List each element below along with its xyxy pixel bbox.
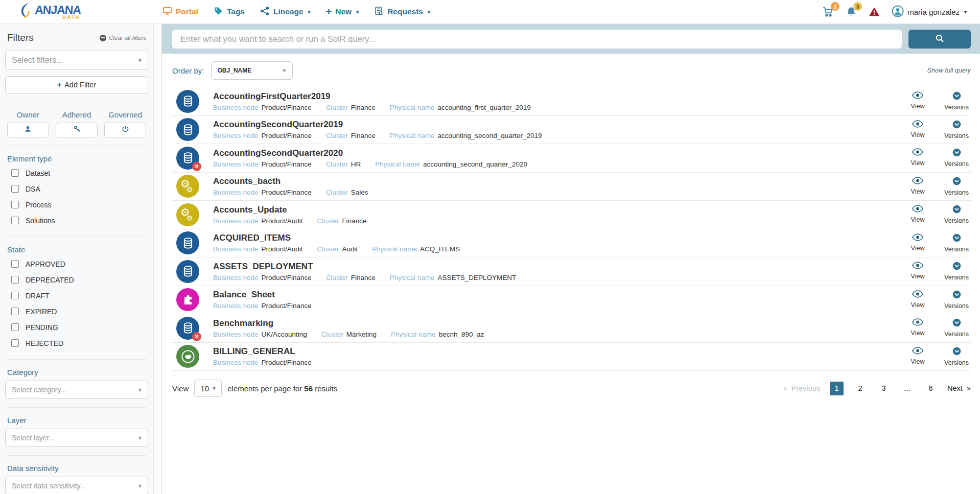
data-sensitivity-dropdown[interactable]: Select data sensitivity... ▾	[5, 477, 148, 494]
view-button[interactable]: View	[904, 290, 931, 310]
checkbox[interactable]	[11, 292, 19, 299]
view-button[interactable]: View	[904, 205, 931, 224]
governed-toggle-button[interactable]	[104, 123, 146, 137]
filter-checkbox-approved[interactable]: APPROVED	[11, 256, 146, 272]
nav-tags[interactable]: Tags	[214, 6, 245, 18]
nav-new[interactable]: + New ▾	[326, 7, 359, 17]
layer-dropdown[interactable]: Select layer... ▾	[5, 429, 148, 447]
result-title[interactable]: Accounts_Update	[213, 205, 904, 215]
meta-label[interactable]: Business node	[213, 245, 259, 253]
filter-checkbox-deprecated[interactable]: DEPRECATED	[11, 272, 146, 288]
filter-checkbox-dataset[interactable]: Dataset	[11, 165, 146, 181]
meta-label[interactable]: Cluster	[326, 189, 348, 196]
view-button[interactable]: View	[904, 233, 931, 253]
meta-label[interactable]: Cluster	[317, 217, 339, 225]
clear-all-filters-button[interactable]: Clear all filters	[100, 35, 146, 41]
meta-label[interactable]: Business node	[213, 302, 259, 310]
meta-label[interactable]: Business node	[213, 104, 259, 111]
show-full-query-link[interactable]: Show full query	[927, 67, 971, 74]
meta-label[interactable]: Cluster	[317, 245, 339, 253]
meta-label[interactable]: Business node	[213, 217, 259, 225]
view-button[interactable]: View	[904, 262, 931, 281]
meta-label[interactable]: Physical name	[390, 104, 435, 111]
nav-lineage[interactable]: Lineage ▾	[260, 6, 311, 18]
view-button[interactable]: View	[904, 318, 931, 338]
checkbox[interactable]	[11, 217, 19, 224]
result-title[interactable]: ASSETS_DEPLOYMENT	[213, 262, 904, 272]
sidebar-scrollbar[interactable]	[153, 24, 162, 494]
checkbox[interactable]	[11, 201, 19, 208]
versions-button[interactable]: Versions	[943, 148, 970, 168]
view-button[interactable]: View	[904, 148, 931, 168]
filter-checkbox-solutions[interactable]: Solutions	[11, 213, 146, 228]
meta-label[interactable]: Physical name	[375, 160, 420, 168]
view-button[interactable]: View	[904, 177, 931, 196]
meta-label[interactable]: Cluster	[326, 132, 348, 139]
result-title[interactable]: BILLING_GENERAL	[213, 346, 904, 357]
nav-portal[interactable]: Portal	[162, 6, 198, 17]
filter-checkbox-rejected[interactable]: REJECTED	[11, 335, 146, 351]
checkbox[interactable]	[11, 169, 19, 177]
meta-label[interactable]: Cluster	[321, 331, 343, 338]
filter-checkbox-process[interactable]: Process	[11, 197, 146, 213]
anjana-logo[interactable]: ANJANA DATA	[0, 3, 162, 21]
order-by-dropdown[interactable]: OBJ_NAME ▾	[211, 61, 293, 80]
meta-label[interactable]: Business node	[213, 160, 259, 168]
search-input[interactable]	[172, 30, 902, 49]
meta-label[interactable]: Business node	[213, 274, 259, 281]
owner-toggle-button[interactable]	[7, 123, 49, 137]
select-filters-dropdown[interactable]: Select filters... ▾	[5, 51, 148, 70]
notifications-button[interactable]: 3	[846, 6, 857, 17]
view-button[interactable]: View	[904, 347, 931, 366]
result-title[interactable]: Benchmarking	[213, 318, 904, 328]
versions-button[interactable]: Versions	[943, 120, 970, 139]
versions-button[interactable]: Versions	[943, 177, 970, 196]
result-title[interactable]: ACQUIRED_ITEMS	[213, 233, 904, 243]
add-filter-button[interactable]: + Add Filter	[5, 76, 148, 93]
view-button[interactable]: View	[904, 91, 931, 111]
checkbox[interactable]	[11, 323, 19, 331]
filter-checkbox-draft[interactable]: DRAFT	[11, 288, 146, 303]
previous-page-button[interactable]: « Previous	[783, 384, 821, 392]
page-button-2[interactable]: 2	[853, 382, 867, 395]
checkbox[interactable]	[11, 308, 19, 315]
cart-button[interactable]: 1	[822, 6, 834, 17]
page-size-dropdown[interactable]: 10 ▾	[194, 380, 222, 397]
meta-label[interactable]: Cluster	[326, 104, 348, 111]
adhered-toggle-button[interactable]	[56, 123, 98, 137]
search-button[interactable]	[908, 30, 971, 49]
result-title[interactable]: AccountingFirstQuarter2019	[213, 91, 904, 102]
versions-button[interactable]: Versions	[943, 262, 970, 281]
versions-button[interactable]: Versions	[943, 91, 970, 111]
versions-button[interactable]: Versions	[943, 318, 970, 338]
meta-label[interactable]: Cluster	[326, 274, 348, 281]
alerts-button[interactable]	[868, 6, 880, 17]
result-title[interactable]: AccountingSecondQuarter2019	[213, 120, 904, 130]
meta-label[interactable]: Business node	[213, 359, 259, 366]
result-title[interactable]: AccountingSecondQuarter2020	[213, 148, 904, 158]
versions-button[interactable]: Versions	[943, 233, 970, 253]
meta-label[interactable]: Business node	[213, 132, 259, 139]
page-button-6[interactable]: 6	[924, 382, 938, 395]
versions-button[interactable]: Versions	[943, 347, 970, 366]
meta-label[interactable]: Physical name	[372, 245, 417, 253]
checkbox[interactable]	[11, 276, 19, 284]
versions-button[interactable]: Versions	[943, 205, 970, 224]
meta-label[interactable]: Business node	[213, 331, 259, 338]
meta-label[interactable]: Cluster	[326, 160, 348, 168]
nav-requests[interactable]: Requests ▾	[374, 6, 430, 18]
next-page-button[interactable]: Next »	[947, 384, 971, 392]
versions-button[interactable]: Versions	[943, 290, 970, 310]
filter-checkbox-pending[interactable]: PENDING	[11, 319, 146, 335]
filter-checkbox-dsa[interactable]: DSA	[11, 181, 146, 197]
user-menu[interactable]: maria gonzalez ▾	[892, 5, 967, 19]
checkbox[interactable]	[11, 339, 19, 347]
category-dropdown[interactable]: Select category... ▾	[5, 381, 148, 399]
meta-label[interactable]: Physical name	[390, 274, 435, 281]
page-button-1[interactable]: 1	[830, 382, 844, 395]
checkbox[interactable]	[11, 185, 19, 193]
page-button-3[interactable]: 3	[877, 382, 891, 395]
meta-label[interactable]: Physical name	[391, 331, 436, 338]
checkbox[interactable]	[11, 260, 19, 268]
result-title[interactable]: Balance_Sheet	[213, 290, 904, 300]
